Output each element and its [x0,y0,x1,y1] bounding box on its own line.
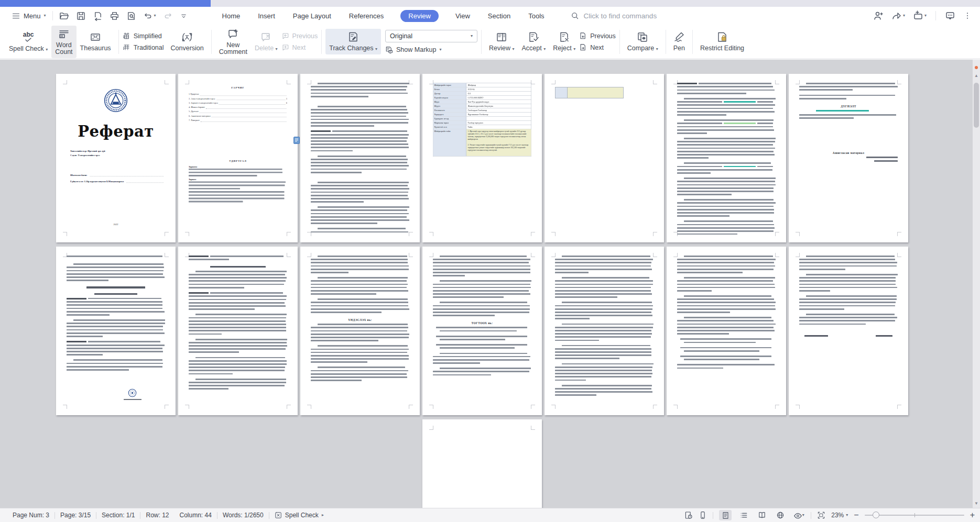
show-markup-button[interactable]: Show Markup ▾ [385,46,477,54]
active-document-tab[interactable] [0,0,211,7]
page-thumbnail-1[interactable]: РефератХичээлийн нэр: Иргэний эрх зүйСэд… [56,74,176,242]
delete-comment-button[interactable]: Delete ▾ [251,29,281,54]
page-thumbnail-8[interactable] [56,247,176,415]
text-line [799,305,895,307]
print-icon[interactable] [110,11,119,21]
new-comment-button[interactable]: NewComment [215,26,251,58]
redo-icon[interactable] [163,11,173,21]
menu-button[interactable]: Menu ▾ [12,12,46,20]
share-user-icon[interactable] [873,10,884,21]
print-layout-view-button[interactable] [719,510,732,520]
tab-home[interactable]: Home [221,10,242,22]
tab-section[interactable]: Section [487,10,511,22]
toolbar-more-icon[interactable] [180,12,188,20]
page-thumbnail-6[interactable] [667,74,786,242]
pen-button[interactable]: Pen [670,29,689,54]
previous-change-button[interactable]: Previous [579,32,616,40]
zoom-slider-knob[interactable] [873,512,879,518]
text-lines [311,130,409,153]
page-thumbnail-7[interactable]: ДҮГНЭЛТАшигласан материал [789,74,908,242]
tab-review[interactable]: Review [400,10,439,22]
text-line [677,262,774,263]
tab-view[interactable]: View [454,10,471,22]
page-thumbnail-9[interactable] [178,247,298,415]
restrict-editing-button[interactable]: Restrict Editing [696,29,748,54]
history-version-icon[interactable] [684,511,693,519]
zoom-level[interactable]: 23% ▾ [831,512,848,519]
print-preview-icon[interactable] [126,11,136,21]
page-thumbnail-14[interactable] [789,247,908,415]
scroll-up-icon[interactable]: ▲ [973,73,980,78]
status-section[interactable]: Section: 1/1 [96,512,140,519]
thesaurus-button[interactable]: Thesaurus [77,29,115,54]
add-dropdown-icon[interactable]: ▾ [924,14,927,18]
text-lines [799,83,898,93]
read-mode-button[interactable] [756,510,768,520]
toc-label: 5. Дүгнэлт [189,109,199,114]
text-line [189,388,228,390]
conversion-button[interactable]: Conversion [167,29,208,54]
page-thumbnail-3[interactable] [300,74,420,242]
status-words[interactable]: Words: 1/2650 [217,512,269,519]
text-line [555,394,596,396]
previous-comment-button[interactable]: Previous [281,32,318,40]
page-thumbnail-10[interactable]: ҮНДЭСЛЭХ нь: [300,247,420,415]
tab-tools[interactable]: Tools [527,10,545,22]
traditional-button[interactable]: Traditional [123,43,164,51]
save-icon[interactable] [76,11,86,21]
spell-check-status[interactable]: Spell Check ▾ [269,512,329,519]
zoom-slider[interactable] [865,515,964,516]
zoom-slider-tick [914,513,915,517]
tab-references[interactable]: References [348,10,385,22]
share-dropdown-icon[interactable]: ▾ [903,14,905,18]
outline-view-button[interactable] [737,510,750,520]
spell-check-button[interactable]: abc Spell Check ▾ [5,28,51,55]
add-to-group-icon[interactable] [913,10,923,21]
page-thumbnail-11[interactable]: ТОГТООХ нь: [422,247,542,415]
eye-protection-button[interactable]: ▾ [792,510,805,520]
scrollbar-thumb[interactable] [974,83,979,128]
compare-button[interactable]: Compare ▾ [624,29,662,54]
open-file-icon[interactable] [59,11,69,21]
scroll-down-icon[interactable]: ▼ [973,501,980,506]
page-thumbnail-13[interactable] [667,247,786,415]
markup-display-select[interactable]: Original ▾ [385,30,477,42]
zoom-in-button[interactable]: + [970,511,975,519]
status-page[interactable]: Page: 3/15 [55,512,96,519]
export-pdf-icon[interactable] [93,11,103,21]
comments-panel-icon[interactable] [945,10,955,21]
tab-page-layout[interactable]: Page Layout [292,10,332,22]
share-icon[interactable] [891,10,902,21]
page-thumbnail-12[interactable] [545,247,664,415]
intro-heading: УДИРТГАЛ [189,160,287,162]
undo-icon[interactable] [143,11,153,21]
page-thumbnail-4[interactable]: Шийдвэрийн төрөлШийдвэрОгноо2013-04Дугаа… [422,74,542,242]
word-count-button[interactable]: WordCount [51,26,76,58]
page-thumbnail-2[interactable]: ГАРЧИГ1.Удиртгал2. Ачаа тээвэрлэлтийн гэ… [178,74,298,242]
next-comment-button[interactable]: Next [281,43,318,51]
page-thumbnail-15[interactable] [422,419,542,508]
status-page-num[interactable]: Page Num: 3 [7,512,55,519]
vertical-scrollbar[interactable]: ▲ ▼ [973,60,980,508]
command-search[interactable] [571,12,742,20]
fit-page-icon[interactable] [817,511,825,519]
text-line [311,376,407,378]
delete-comment-icon [260,31,272,43]
undo-dropdown-icon[interactable]: ▾ [154,14,156,18]
span [88,341,160,342]
track-changes-button[interactable]: Track Changes ▾ [325,29,381,54]
document-canvas[interactable]: ▲ ▼ РефератХичээлийн нэр: Иргэний эрх зү… [0,60,980,508]
mobile-view-icon[interactable] [699,511,707,519]
zoom-out-button[interactable]: − [854,511,858,519]
page-thumbnail-5[interactable] [545,74,664,242]
simplified-button[interactable]: Simplified [123,32,164,40]
web-layout-button[interactable] [774,510,787,520]
tab-insert[interactable]: Insert [257,10,276,22]
text-lines [677,98,776,117]
review-pane-button[interactable]: Review ▾ [485,29,518,54]
accept-change-button[interactable]: Accept ▾ [518,29,550,54]
more-options-icon[interactable] [963,12,972,20]
next-change-button[interactable]: Next [579,43,616,51]
search-input[interactable] [583,12,742,20]
reject-change-button[interactable]: Reject ▾ [549,29,579,54]
